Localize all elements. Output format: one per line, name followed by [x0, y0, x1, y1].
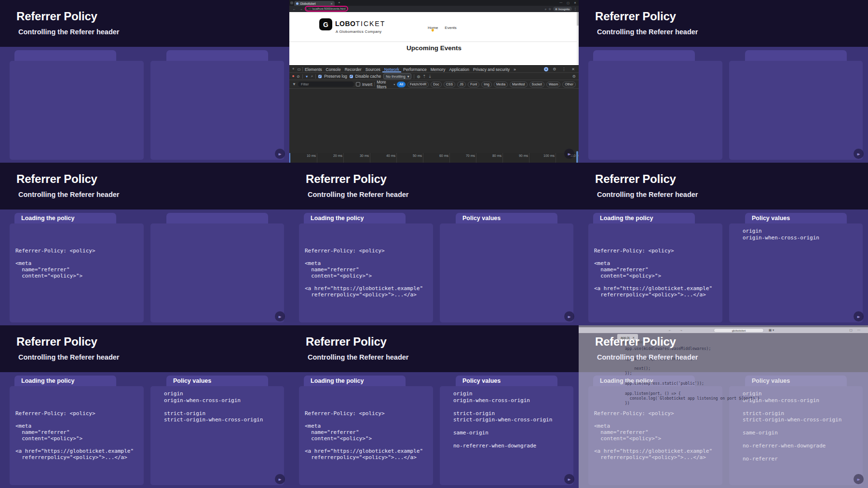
chip-css[interactable]: CSS [444, 82, 455, 87]
devtools-badge-icon[interactable]: ● [544, 67, 548, 71]
chip-wasm[interactable]: Wasm [546, 82, 561, 87]
panel-tab-left [593, 50, 695, 61]
layout-toggle-icon[interactable]: ▦ ▾ [769, 328, 774, 332]
devtools-panel: ⌖ ▭ Elements Console Recorder Sources Ne… [289, 65, 579, 163]
slide-subtitle: Controlling the Referer header [597, 28, 698, 36]
brand-bold: LOBO [335, 20, 355, 28]
chip-socket[interactable]: Socket [529, 82, 544, 87]
chip-js[interactable]: JS [457, 82, 466, 87]
waterfall-scrollbar[interactable] [576, 151, 578, 163]
editor-window-icons[interactable]: ▢ ⋯ [850, 328, 862, 332]
incognito-label: Incognito [558, 8, 570, 11]
chip-other[interactable]: Other [562, 82, 576, 87]
settings-gear-icon[interactable]: ⚙ [551, 67, 557, 71]
chip-font[interactable]: Font [468, 82, 479, 87]
slide-r1c3: Referrer Policy Controlling the Referer … [579, 0, 868, 163]
panel-tab-right [745, 50, 847, 61]
panel-policy-values [150, 61, 284, 160]
slide-header [579, 163, 868, 209]
devtools-controls: ● ⚙ ⋮ ✕ [544, 67, 577, 71]
panel-loading-policy: Referrer-Policy: <policy> <meta name="re… [588, 223, 722, 322]
site-info-icon[interactable]: ⓘ [309, 8, 312, 10]
panel-tab-label [166, 50, 268, 52]
chip-media[interactable]: Media [494, 82, 508, 87]
slide-r3c3: Referrer Policy Controlling the Referer … [579, 325, 868, 488]
device-toolbar-icon[interactable]: ▭ [296, 67, 303, 71]
slide-subtitle: Controlling the Referer header [18, 28, 119, 36]
address-bar[interactable]: ⓘ localhost:5000/events.html [307, 8, 346, 10]
panel-tab-left [14, 50, 116, 61]
panel-tab-values: Policy values [456, 213, 557, 224]
forward-icon[interactable]: → [299, 7, 303, 11]
maximize-button[interactable]: ▢ [567, 1, 570, 4]
preserve-log-checkbox[interactable]: ✓ [318, 75, 322, 78]
minimize-button[interactable]: — [559, 1, 562, 4]
seek-watermark-icon: ▸▸ [564, 474, 574, 484]
throttling-dropdown[interactable]: No throttling ▾ [383, 73, 411, 79]
search-icon[interactable]: ⌕ [545, 7, 547, 11]
close-button[interactable]: ✕ [574, 1, 576, 4]
devtools-kebab-icon[interactable]: ⋮ [560, 67, 567, 71]
filter-toggle-icon[interactable]: ▼ [305, 75, 309, 78]
export-har-icon[interactable]: ⇣ [428, 74, 432, 79]
browser-tab[interactable]: Globoticket ✕ [294, 1, 335, 6]
tab-application[interactable]: Application [447, 66, 471, 72]
inspect-icon[interactable]: ⌖ [291, 67, 296, 71]
seek-watermark-icon: ▸▸ [275, 311, 285, 321]
record-icon[interactable]: ⏺ [292, 74, 294, 79]
search-icon[interactable]: ⌕ [311, 74, 313, 79]
toolbar-icons: ⌕ ☆ ⊚ Incognito ⋮ [545, 7, 577, 11]
browser-toolbar: ← → ⟳ ⓘ localhost:5000/events.html ⌕ ☆ ⊚… [289, 6, 579, 12]
tab-memory[interactable]: Memory [429, 66, 448, 72]
slide-r3c2: Referrer Policy Controlling the Referer … [289, 325, 579, 488]
slide-r2c2: Referrer Policy Controlling the Referer … [289, 163, 579, 325]
bookmark-star-icon[interactable]: ☆ [548, 7, 551, 11]
tab-recorder[interactable]: Recorder [343, 66, 364, 72]
tab-search-icon[interactable] [290, 1, 293, 4]
slide-r2c3: Referrer Policy Controlling the Referer … [579, 163, 868, 325]
more-tabs-icon[interactable]: » [512, 66, 518, 72]
nav-link-events[interactable]: Events [445, 26, 456, 30]
invert-checkbox[interactable]: ✓ [356, 82, 360, 86]
import-har-icon[interactable]: ⇡ [422, 74, 426, 79]
panel-tab-loading: Loading the policy [14, 376, 116, 387]
devtools-close-icon[interactable]: ✕ [570, 67, 576, 71]
tab-close-icon[interactable]: ✕ [330, 2, 333, 5]
webpage: G LOBOTICKET A Globomantics Company Home… [289, 12, 579, 65]
slide-header [0, 325, 289, 372]
chip-img[interactable]: Img [481, 82, 492, 87]
panel-loading-policy [10, 61, 144, 160]
new-tab-button[interactable]: + [338, 0, 340, 5]
mouse-cursor-icon: ☝ [431, 28, 435, 32]
panel-policy-values: origin origin-when-cross-origin strict-o… [440, 386, 573, 485]
more-filters-dropdown[interactable]: More filters [377, 80, 392, 89]
slide-r2c1: Referrer Policy Controlling the Referer … [0, 163, 289, 325]
panel-loading-policy: Referrer-Policy: <policy> <meta name="re… [299, 223, 433, 322]
panel-tab-label: Loading the policy [304, 376, 406, 384]
timescale-tick: 30 ms [344, 153, 370, 163]
tab-network[interactable]: Network [382, 66, 401, 72]
tab-sources[interactable]: Sources [364, 66, 382, 72]
chip-doc[interactable]: Doc [431, 82, 441, 87]
disable-cache-checkbox[interactable]: ✓ [350, 75, 353, 78]
slide-header [0, 0, 289, 47]
editor-search-box[interactable]: globoticket [714, 328, 764, 333]
chip-manifest[interactable]: Manifest [510, 82, 527, 87]
network-settings-gear-icon[interactable]: ⚙ [572, 74, 576, 79]
tab-console[interactable]: Console [324, 66, 343, 72]
panel-tab-right [166, 213, 268, 224]
chevron-down-icon: ▾ [393, 83, 395, 86]
clear-icon[interactable]: ⊘ [297, 74, 300, 79]
tab-privacy-security[interactable]: Privacy and security [471, 66, 512, 72]
tab-performance[interactable]: Performance [401, 66, 429, 72]
editor-history-arrows[interactable]: ← → [668, 328, 686, 332]
menu-kebab-icon[interactable]: ⋮ [574, 7, 577, 11]
chip-all[interactable]: All [397, 82, 406, 87]
back-icon[interactable]: ← [293, 7, 296, 11]
chip-fetch-xhr[interactable]: Fetch/XHR [407, 82, 429, 87]
network-conditions-icon[interactable]: ◍ [417, 74, 420, 79]
policy-code-block: Referrer-Policy: <policy> <meta name="re… [15, 248, 95, 279]
filter-input[interactable]: Filter [298, 82, 354, 87]
tab-elements[interactable]: Elements [303, 66, 324, 72]
panel-policy-values: origin origin-when-cross-origin [729, 223, 863, 322]
